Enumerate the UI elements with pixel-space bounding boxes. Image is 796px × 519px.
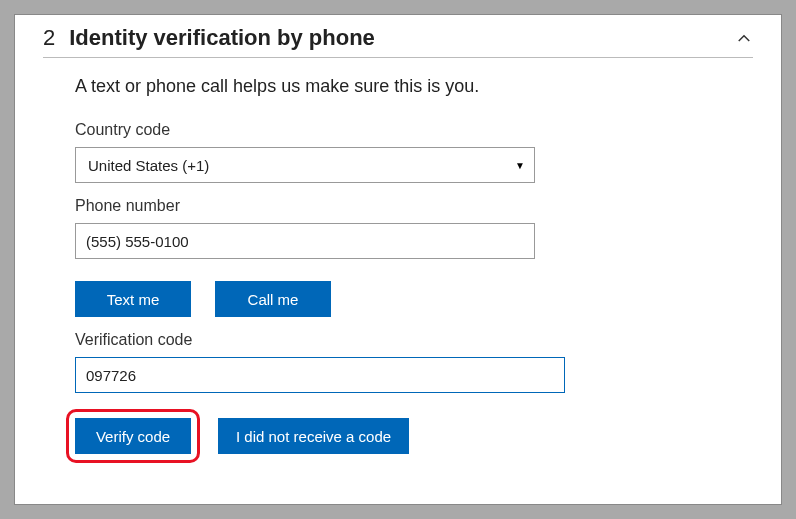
country-code-value: United States (+1) [88,157,209,174]
did-not-receive-code-button[interactable]: I did not receive a code [218,418,409,454]
panel-title: Identity verification by phone [69,25,375,51]
panel-header: 2 Identity verification by phone [43,25,753,58]
step-number: 2 [43,25,55,51]
phone-number-input[interactable] [75,223,535,259]
subtitle-text: A text or phone call helps us make sure … [75,76,753,97]
call-me-button[interactable]: Call me [215,281,331,317]
country-code-select[interactable]: United States (+1) ▼ [75,147,535,183]
chevron-up-icon[interactable] [735,29,753,51]
verification-panel: 2 Identity verification by phone A text … [14,14,782,505]
verification-code-label: Verification code [75,331,753,349]
country-code-label: Country code [75,121,753,139]
text-me-button[interactable]: Text me [75,281,191,317]
verification-code-input[interactable] [75,357,565,393]
highlight-annotation: Verify code [66,409,200,463]
phone-number-label: Phone number [75,197,753,215]
panel-content: A text or phone call helps us make sure … [43,58,753,463]
verify-code-button[interactable]: Verify code [75,418,191,454]
